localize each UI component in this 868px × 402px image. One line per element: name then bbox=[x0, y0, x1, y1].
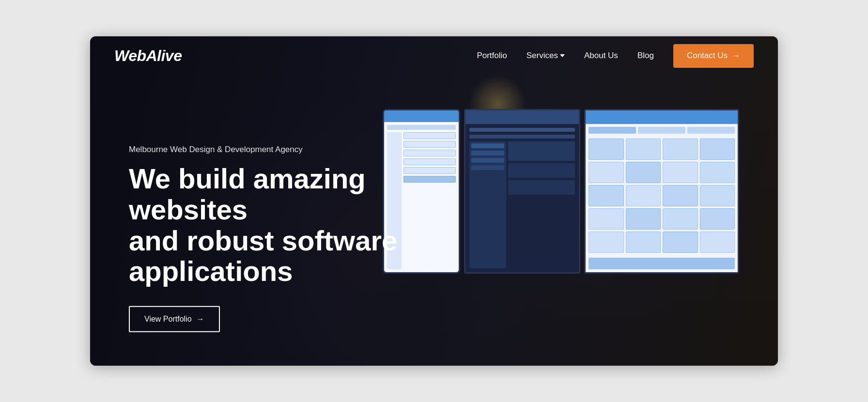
dg-9 bbox=[589, 185, 624, 206]
tab-row-2 bbox=[469, 135, 575, 139]
dg-10 bbox=[626, 185, 661, 206]
phone-header-bar bbox=[384, 110, 459, 122]
dg-7 bbox=[663, 162, 698, 183]
wireframe-desktop bbox=[584, 109, 739, 274]
ts-2 bbox=[471, 151, 504, 155]
contact-button[interactable]: Contact Us → bbox=[673, 44, 754, 68]
about-link[interactable]: About Us bbox=[584, 51, 618, 60]
dg-2 bbox=[626, 139, 661, 160]
wireframe-tablet bbox=[464, 109, 580, 274]
services-link[interactable]: Services bbox=[527, 51, 565, 61]
dg-18 bbox=[626, 232, 661, 253]
dg-5 bbox=[589, 162, 624, 183]
page-wrapper: WebAlive Portfolio Services About Us Blo… bbox=[90, 36, 778, 366]
dg-19 bbox=[663, 232, 698, 253]
services-label: Services bbox=[527, 51, 558, 61]
logo-text: WebAlive bbox=[114, 47, 182, 64]
hero-title: We build amazing websites and robust sof… bbox=[129, 163, 419, 287]
tm-3 bbox=[508, 180, 575, 195]
chevron-down-icon bbox=[560, 54, 565, 57]
dg-8 bbox=[700, 162, 735, 183]
blog-link[interactable]: Blog bbox=[637, 51, 654, 60]
view-portfolio-button[interactable]: View Portfolio → bbox=[129, 306, 220, 332]
ts-3 bbox=[471, 158, 504, 163]
dg-11 bbox=[663, 185, 698, 206]
tm-2 bbox=[508, 163, 575, 178]
dg-12 bbox=[700, 185, 735, 206]
hero-section: WebAlive Portfolio Services About Us Blo… bbox=[90, 36, 778, 366]
dt-2 bbox=[638, 127, 685, 134]
tab-sidebar bbox=[469, 141, 506, 268]
dg-16 bbox=[700, 208, 735, 230]
nav-about[interactable]: About Us bbox=[584, 51, 618, 61]
contact-label: Contact Us bbox=[687, 51, 728, 61]
nav-blog[interactable]: Blog bbox=[637, 51, 654, 61]
dg-4 bbox=[700, 139, 735, 160]
tab-grid bbox=[469, 141, 575, 268]
hero-title-line2: and robust software bbox=[129, 224, 397, 256]
dg-13 bbox=[589, 208, 624, 230]
hero-title-line1: We build amazing websites bbox=[129, 163, 366, 225]
dg-3 bbox=[663, 139, 698, 160]
tablet-body bbox=[465, 124, 579, 272]
tm-1 bbox=[508, 141, 575, 161]
desktop-grid bbox=[589, 139, 735, 253]
tab-row-1 bbox=[469, 128, 575, 132]
dg-6 bbox=[626, 162, 661, 183]
dg-14 bbox=[626, 208, 661, 230]
ts-4 bbox=[471, 165, 504, 170]
view-portfolio-arrow-icon: → bbox=[197, 315, 204, 324]
ts-1 bbox=[471, 143, 504, 148]
dg-1 bbox=[589, 139, 624, 160]
site-logo[interactable]: WebAlive bbox=[114, 47, 182, 65]
desktop-body bbox=[586, 124, 738, 272]
desktop-footer-bar bbox=[589, 258, 735, 269]
nav-services[interactable]: Services bbox=[527, 51, 565, 61]
portfolio-link[interactable]: Portfolio bbox=[477, 51, 507, 60]
nav-portfolio[interactable]: Portfolio bbox=[477, 51, 507, 61]
phone-row-1 bbox=[387, 125, 456, 130]
desktop-tabs bbox=[589, 127, 735, 134]
dt-1 bbox=[589, 127, 636, 134]
dt-3 bbox=[687, 127, 735, 134]
wf-block-1 bbox=[403, 132, 456, 139]
navigation: WebAlive Portfolio Services About Us Blo… bbox=[90, 36, 778, 75]
monitor-screens bbox=[383, 109, 739, 274]
view-portfolio-label: View Portfolio bbox=[144, 315, 192, 324]
hero-subtitle: Melbourne Web Design & Development Agenc… bbox=[129, 145, 419, 155]
desktop-header bbox=[586, 110, 738, 124]
nav-contact[interactable]: Contact Us → bbox=[673, 44, 754, 68]
dg-15 bbox=[663, 208, 698, 230]
hero-content: Melbourne Web Design & Development Agenc… bbox=[129, 145, 419, 332]
nav-links: Portfolio Services About Us Blog Conta bbox=[477, 44, 754, 68]
tablet-header bbox=[465, 110, 579, 124]
tab-main bbox=[508, 141, 575, 268]
arrow-right-icon: → bbox=[731, 51, 740, 61]
hero-title-line3: applications bbox=[129, 255, 293, 287]
dg-20 bbox=[700, 232, 735, 253]
dg-17 bbox=[589, 232, 624, 253]
